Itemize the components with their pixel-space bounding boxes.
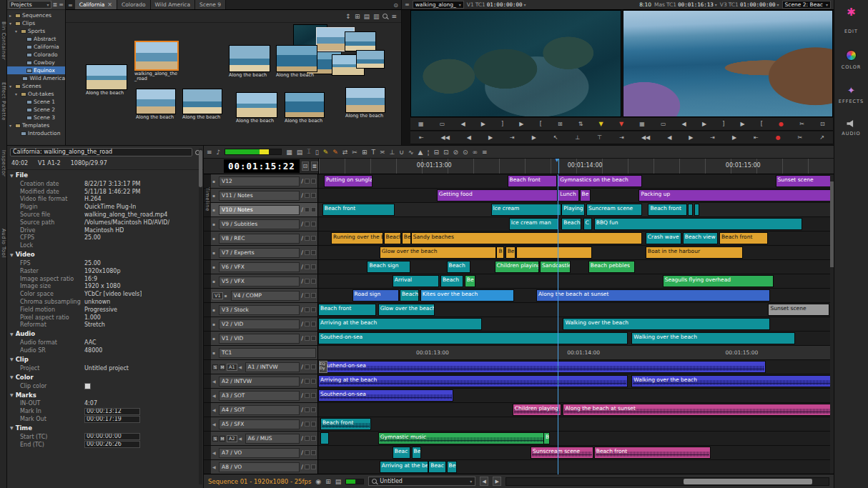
clip-along-the-beach-at-sunset[interactable]: Along the beach at sunset: [536, 289, 770, 302]
record-clip-dropdown[interactable]: Scene 2: Beac ▾: [782, 1, 831, 9]
track-button[interactable]: [305, 422, 310, 427]
speaker-icon[interactable]: ◀: [212, 464, 217, 469]
bin-clip-along-the-beach[interactable]: Along the beach: [136, 89, 176, 120]
section-header-clip[interactable]: ▼Clip: [7, 354, 203, 364]
track-button[interactable]: [305, 293, 310, 298]
track-header-v4-comp[interactable]: V1▪V4 / COMP∕: [211, 289, 318, 302]
monitor-icon[interactable]: ▪: [212, 250, 217, 255]
track-header-v3-stock[interactable]: ▪V3 / Stock∕: [211, 303, 318, 317]
source-patch-a1[interactable]: A1: [227, 364, 237, 371]
track-header-a8-vo[interactable]: ◀A8 / VO∕: [211, 460, 318, 474]
speaker-icon[interactable]: ◀: [212, 407, 217, 412]
monitor-icon[interactable]: ▪: [212, 336, 217, 341]
record-dot-icon[interactable]: ◉: [315, 478, 321, 485]
timeline-fast-menu-icon[interactable]: ≡: [207, 149, 212, 156]
speaker-icon[interactable]: ◀: [239, 436, 244, 441]
effect-toggle-icon[interactable]: ∕: [301, 364, 303, 370]
clip-glow-over-the-beach[interactable]: Glow over the beach: [380, 247, 496, 259]
track-name[interactable]: V7 / Experts: [219, 248, 300, 258]
track-button[interactable]: [311, 464, 316, 469]
track-name[interactable]: A2 / INTVW: [219, 377, 300, 387]
track-name[interactable]: A5 / SFX: [219, 419, 300, 429]
monitor-icon[interactable]: ▪: [212, 207, 217, 212]
track-name[interactable]: V10 / Notes: [219, 205, 300, 215]
clip-beach-front[interactable]: Beach front: [322, 204, 395, 216]
toggle-client-monitor-icon[interactable]: ▦: [418, 121, 424, 128]
composer-menu-icon[interactable]: ≡: [405, 1, 410, 9]
clip-children-playing[interactable]: Children playing: [495, 261, 540, 273]
add-marker-yellow-icon[interactable]: ▼: [599, 121, 603, 128]
solo-button[interactable]: S: [212, 436, 218, 442]
bin-clip-along-the-beach[interactable]: Along the beach: [86, 64, 127, 96]
clip-beach-front[interactable]: Beach front: [320, 418, 371, 430]
effect-toggle-icon[interactable]: ∕: [301, 264, 303, 270]
script-view-icon[interactable]: ▥: [373, 13, 380, 20]
source-clip-dropdown[interactable]: walking_along_ ▾: [413, 1, 464, 9]
clip-arrival[interactable]: Arrival: [393, 275, 440, 287]
clip-lunch[interactable]: Lunch: [558, 189, 579, 201]
timeline-vscrollbar[interactable]: [830, 174, 834, 474]
go-next-record-icon[interactable]: ]: [722, 121, 724, 128]
track-name[interactable]: A8 / VO: [219, 462, 300, 472]
monitor-icon[interactable]: ▪: [212, 350, 217, 355]
track-header-v8-rec[interactable]: ▪V8 / REC∕: [211, 231, 318, 245]
video-quality-icon[interactable]: ▦: [286, 149, 292, 156]
track-button[interactable]: [311, 393, 316, 398]
clip-sunset-scene[interactable]: Sunset scene: [768, 304, 829, 316]
extract-icon[interactable]: ⊤: [597, 134, 602, 141]
track-header-v7-experts[interactable]: ▪V7 / Experts∕: [211, 246, 318, 259]
clip-segment[interactable]: [516, 247, 592, 259]
clip-sunset-scene[interactable]: Sunset scene: [776, 175, 832, 187]
clip-southed-on-sea[interactable]: Southed-on-sea: [318, 332, 628, 344]
clip-gymnastic-music[interactable]: Gymnastic music: [378, 432, 548, 444]
effect-mode-icon[interactable]: ⊥: [389, 149, 395, 156]
project-tree-item-scenes[interactable]: ▾Scenes: [7, 82, 65, 90]
workspace-audio[interactable]: AUDIO: [842, 120, 860, 136]
marker-yellow-icon[interactable]: ✎: [323, 149, 329, 156]
project-tree-item-wild-america[interactable]: Wild America: [7, 74, 65, 82]
clip-be[interactable]: Be: [465, 275, 475, 287]
projects-dropdown[interactable]: Projects ▾: [9, 1, 51, 9]
track-button[interactable]: [305, 307, 310, 312]
rewind-icon[interactable]: ◀◀: [441, 134, 450, 141]
clip-gymnastics-on-the-beach[interactable]: Gymnastics on the beach: [558, 175, 642, 187]
cut-icon[interactable]: ✂: [352, 149, 357, 156]
grid-view-icon[interactable]: ⊞: [325, 478, 331, 485]
close-tab-icon[interactable]: ×: [107, 1, 112, 8]
splice-in-icon[interactable]: ⇥: [710, 134, 715, 141]
speaker-icon[interactable]: ◀: [212, 422, 217, 427]
gang-icon[interactable]: ▦: [639, 121, 645, 128]
clip-bbq-fun[interactable]: BBQ fun: [594, 218, 802, 230]
clip-beach[interactable]: Beach: [561, 218, 581, 230]
scissors-icon[interactable]: ✂: [798, 134, 803, 141]
bin-clip-clip[interactable]: [356, 50, 385, 69]
source-patch-v1[interactable]: V1: [212, 292, 223, 299]
clip-sunscream-scene[interactable]: Sunscream scene: [531, 447, 593, 459]
bin-tab-wild-america[interactable]: Wild America: [151, 0, 196, 9]
track-name[interactable]: TC1: [219, 348, 316, 358]
track-button[interactable]: [305, 322, 310, 327]
bin-clip-clip[interactable]: [345, 31, 376, 51]
clip-suncream-scene[interactable]: Suncream scene: [586, 204, 643, 216]
track-button[interactable]: [311, 193, 316, 198]
track-button[interactable]: [305, 207, 310, 212]
clip-beach[interactable]: Beach: [447, 261, 471, 273]
track-header-v10-notes[interactable]: ▪V10 / Notes∕: [211, 203, 318, 216]
toolbar-menu-icon[interactable]: ≡: [482, 149, 488, 156]
project-tree-item-out-takes[interactable]: ▾Out-takes: [7, 90, 65, 98]
quick-find-dropdown[interactable]: Untitled ▾: [368, 477, 475, 486]
list-view-icon[interactable]: ▤: [335, 478, 342, 485]
project-tree-item-colorado[interactable]: Colorado: [7, 51, 65, 59]
clip-packing-up[interactable]: Packing up: [638, 189, 832, 201]
record-timecode[interactable]: V3 TC1 01:00:00:00 ▾: [720, 1, 779, 8]
bin-tabbar-menu-icon[interactable]: ≡: [66, 2, 75, 9]
clip-b[interactable]: B: [496, 247, 504, 259]
bin-clip-walking-along-the-road[interactable]: walking_along_the_road: [134, 41, 179, 81]
quad-display-icon[interactable]: ⊞: [558, 121, 563, 128]
rewind-record-icon[interactable]: ◀◀: [641, 134, 650, 141]
track-name[interactable]: V4 / COMP: [231, 291, 300, 301]
project-fast-menu-icon[interactable]: ≣: [53, 1, 58, 9]
timecode-menu-icon[interactable]: ≣: [311, 161, 318, 171]
effect-toggle-icon[interactable]: ∕: [301, 435, 303, 442]
monitor-icon[interactable]: ▪: [212, 236, 217, 241]
